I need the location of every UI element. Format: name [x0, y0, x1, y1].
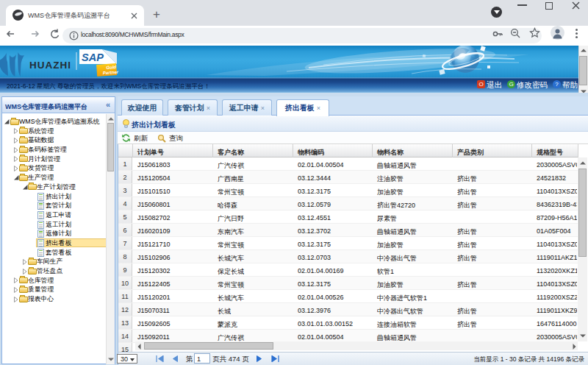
svg-text:SAP: SAP — [82, 52, 104, 63]
svg-text:HUAZHI: HUAZHI — [29, 60, 71, 71]
svg-text:Gold: Gold — [106, 65, 116, 70]
